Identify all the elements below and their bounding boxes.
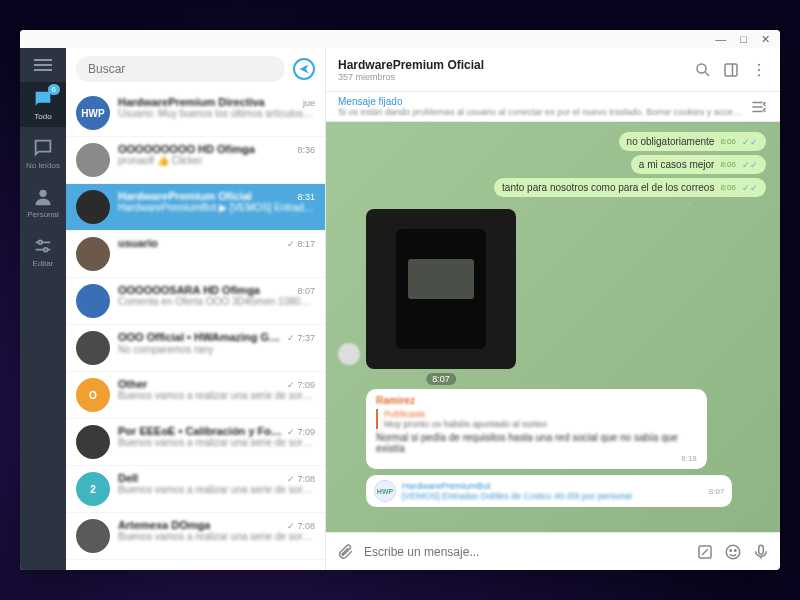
svg-rect-17 — [759, 545, 764, 554]
chat-time: 8:36 — [297, 145, 315, 155]
message-area[interactable]: no obligatoriamente 8:06 ✓✓ a mi casos m… — [326, 122, 780, 532]
svg-point-9 — [758, 63, 760, 65]
avatar — [76, 190, 110, 224]
message-author: Ramirez — [376, 395, 697, 406]
search-input[interactable] — [76, 56, 285, 82]
watch-image — [396, 229, 486, 349]
avatar — [76, 519, 110, 553]
window-maximize[interactable]: □ — [740, 33, 747, 45]
avatar: HWP — [76, 96, 110, 130]
compose-button[interactable] — [293, 58, 315, 80]
outgoing-message[interactable]: a mi casos mejor 8:06 ✓✓ — [631, 155, 766, 174]
bot-name: HardwarePremiumBot — [402, 481, 703, 491]
pinned-body: Si os están dando problemas al usuario a… — [338, 107, 742, 117]
reply-quote[interactable]: Publicaste Muy pronto os habéis apuntado… — [376, 409, 697, 429]
app-body: 6 Todo No leídos Personal Editar — [20, 48, 780, 570]
chat-item[interactable]: OOther✓ 7:09Buenos vamos a realizar una … — [66, 372, 325, 419]
bot-message[interactable]: HWP HardwarePremiumBot [VEMOS] Entradas … — [366, 475, 732, 507]
chat-preview: No comparemos rany — [118, 344, 315, 355]
titlebar: — □ ✕ — [20, 30, 780, 48]
chat-time: ✓ 7:09 — [287, 380, 315, 390]
pin-expand-icon[interactable] — [750, 98, 768, 116]
svg-point-2 — [38, 241, 42, 245]
chat-time: ✓ 7:08 — [287, 521, 315, 531]
incoming-message[interactable]: Ramirez Publicaste Muy pronto os habéis … — [366, 389, 707, 469]
hamburger-icon[interactable] — [34, 56, 52, 70]
message-input[interactable] — [364, 545, 686, 559]
outgoing-message[interactable]: tanto para nosotros como para el de los … — [494, 178, 766, 197]
rail-label: Editar — [33, 259, 54, 268]
chat-item[interactable]: OOOOOOOOO HD Ofimga8:36pronaolf 👍 Clicke… — [66, 137, 325, 184]
svg-point-15 — [730, 549, 732, 551]
sidebar-toggle-icon[interactable] — [722, 61, 740, 79]
chat-item[interactable]: usuario✓ 8:17 — [66, 231, 325, 278]
avatar — [76, 331, 110, 365]
chat-item[interactable]: Artemexa DOmga✓ 7:08Buenos vamos a reali… — [66, 513, 325, 560]
conversation-title: HardwarePremium Oficial — [338, 58, 684, 72]
sender-avatar[interactable] — [338, 343, 360, 365]
chat-time: 8:31 — [297, 192, 315, 202]
rail-item-personal[interactable]: Personal — [20, 180, 66, 225]
rail-item-noleidos[interactable]: No leídos — [20, 131, 66, 176]
chat-title: HardwarePremium Oficial — [118, 190, 252, 202]
chat-list-panel: HWPHardwarePremium DirectivajueUsuario: … — [66, 48, 326, 570]
read-checks-icon: ✓✓ — [742, 137, 758, 147]
rail-label: Personal — [27, 210, 59, 219]
person-icon — [32, 186, 54, 208]
svg-line-13 — [702, 549, 708, 555]
nav-rail: 6 Todo No leídos Personal Editar — [20, 48, 66, 570]
search-row — [66, 48, 325, 90]
chat-preview: Buenos vamos a realizar una serie de sor… — [118, 484, 315, 495]
conversation-subtitle: 357 miembros — [338, 72, 684, 82]
window-close[interactable]: ✕ — [761, 33, 770, 46]
more-icon[interactable] — [750, 61, 768, 79]
bot-body: [VEMOS] Entradas Dobles de Costco 40-20t… — [402, 491, 703, 501]
avatar — [76, 143, 110, 177]
chat-time: jue — [303, 98, 315, 108]
rail-item-editar[interactable]: Editar — [20, 229, 66, 274]
rail-label: No leídos — [26, 161, 60, 170]
chat-title: Artemexa DOmga — [118, 519, 210, 531]
chat-item[interactable]: Por EEEoE • Calibración y Fotom✓ 7:09Bue… — [66, 419, 325, 466]
unread-badge: 6 — [48, 84, 60, 95]
window-minimize[interactable]: — — [715, 33, 726, 45]
attach-icon[interactable] — [336, 543, 354, 561]
chat-preview: Buenos vamos a realizar una serie de sor… — [118, 437, 315, 448]
chat-item[interactable]: HWPHardwarePremium DirectivajueUsuario: … — [66, 90, 325, 137]
chat-item[interactable]: 2Dell✓ 7:08Buenos vamos a realizar una s… — [66, 466, 325, 513]
conversation-panel: HardwarePremium Oficial 357 miembros Men… — [326, 48, 780, 570]
message-text: tanto para nosotros como para el de los … — [502, 182, 714, 193]
avatar — [76, 425, 110, 459]
chat-title: HardwarePremium Directiva — [118, 96, 265, 108]
message-text: no obligatoriamente — [627, 136, 715, 147]
chat-item[interactable]: OOO Official • HWAmazing GEWsan 🎬📱✓ 7:37… — [66, 325, 325, 372]
chat-title: OOO Official • HWAmazing GEWsan 🎬📱 — [118, 331, 283, 344]
chat-preview: Usuario: Muy buenos los últimos artículo… — [118, 108, 315, 119]
rail-item-todo[interactable]: 6 Todo — [20, 82, 66, 127]
pinned-message[interactable]: Mensaje fijado Si os están dando problem… — [326, 92, 780, 122]
outgoing-message[interactable]: no obligatoriamente 8:06 ✓✓ — [619, 132, 766, 151]
chat-time: ✓ 8:17 — [287, 239, 315, 249]
message-text: Normal si pedía de requisitos hasta una … — [376, 432, 697, 454]
chat-item[interactable]: OOOOOOSARA HD Ofimga8:07Comenta en Ofert… — [66, 278, 325, 325]
command-icon[interactable] — [696, 543, 714, 561]
chat-outline-icon — [32, 137, 54, 159]
svg-point-10 — [758, 68, 760, 70]
svg-point-5 — [697, 64, 706, 73]
emoji-icon[interactable] — [724, 543, 742, 561]
chat-item[interactable]: HardwarePremium Oficial8:31HardwarePremi… — [66, 184, 325, 231]
chat-title: Por EEEoE • Calibración y Fotom — [118, 425, 283, 437]
search-icon[interactable] — [694, 61, 712, 79]
avatar — [76, 237, 110, 271]
message-time: 8:06 — [720, 137, 736, 146]
image-message[interactable]: 8:07 — [366, 209, 516, 369]
bot-avatar: HWP — [374, 480, 396, 502]
svg-point-11 — [758, 74, 760, 76]
chat-title: OOOOOOOOO HD Ofimga — [118, 143, 255, 155]
chat-time: ✓ 7:09 — [287, 427, 315, 437]
chat-time: ✓ 7:08 — [287, 474, 315, 484]
mic-icon[interactable] — [752, 543, 770, 561]
sliders-icon — [32, 235, 54, 257]
message-time: 8:07 — [426, 373, 456, 385]
avatar: 2 — [76, 472, 110, 506]
